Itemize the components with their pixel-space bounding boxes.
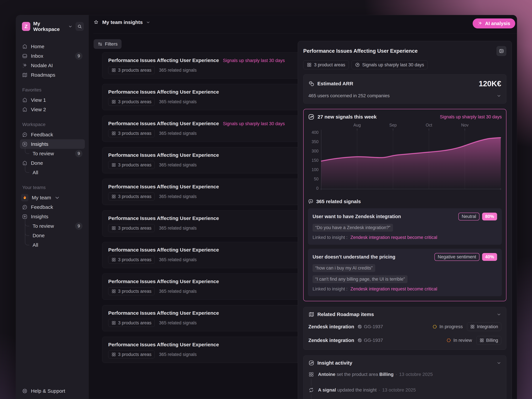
- activity-feed: Antoine set the product area Billing·13 …: [308, 372, 501, 399]
- grid-icon: [111, 321, 116, 325]
- sidebar-item-insights[interactable]: Insights: [20, 139, 85, 149]
- chevron-down-icon[interactable]: [497, 93, 501, 98]
- panel-close-icon: [499, 48, 504, 54]
- related-signals-count: 365 related signals: [159, 194, 197, 199]
- chevron-down-icon: [54, 195, 60, 201]
- filters-button[interactable]: Filters: [94, 39, 121, 49]
- roadmap-status: In review: [446, 338, 472, 343]
- sparkles-icon: [22, 63, 28, 68]
- svg-text:Sep: Sep: [389, 123, 397, 127]
- count-badge: 9: [75, 222, 82, 230]
- roadmap-item[interactable]: Zendesk integration GG-1937 In review Bi…: [308, 336, 501, 345]
- workspace-name: My Workspace: [33, 21, 65, 32]
- product-areas-chip: 3 product areas: [303, 60, 349, 69]
- svg-text:Oct: Oct: [426, 123, 432, 127]
- sidebar-item-feedback[interactable]: Feedback: [20, 130, 85, 139]
- sidebar-item-done[interactable]: Done: [20, 158, 85, 168]
- sidebar-item-nodale-ai[interactable]: Nodale AI: [20, 61, 85, 70]
- svg-text:400: 400: [311, 130, 318, 135]
- collapse-panel-button[interactable]: [496, 46, 507, 56]
- trend-up-icon: [355, 62, 360, 67]
- insight-title: Performance Issues Affecting User Experi…: [108, 89, 219, 95]
- workspace-switcher[interactable]: Z My Workspace: [20, 21, 85, 32]
- sidebar-item-inbox[interactable]: Inbox 9: [20, 51, 85, 61]
- insight-trend: Signals up sharply last 30 days: [223, 121, 285, 126]
- sidebar-item-team-done[interactable]: Done: [20, 231, 85, 240]
- sentiment-badge: Neutral: [458, 213, 480, 221]
- inbox-icon: [22, 53, 28, 59]
- related-signals-count: 365 related signals: [159, 257, 197, 262]
- chevron-down-icon[interactable]: [146, 20, 150, 25]
- grid-icon: [111, 289, 116, 294]
- search-button[interactable]: [76, 22, 84, 31]
- sidebar-item-team-insights[interactable]: Insights: [20, 212, 85, 221]
- sidebar-item-roadmaps[interactable]: Roadmaps: [20, 70, 85, 80]
- grid-icon: [111, 68, 116, 72]
- grid-icon: [111, 257, 116, 262]
- lifebuoy-icon: [22, 388, 28, 394]
- sidebar-item-team-to-review[interactable]: To review 9: [20, 221, 85, 231]
- sidebar-item-view-2[interactable]: View 2: [20, 105, 85, 114]
- product-areas-chip: 3 products areas: [108, 287, 155, 295]
- activity-heading: Insight activity: [317, 360, 352, 366]
- sidebar-item-view-1[interactable]: View 1: [20, 95, 85, 105]
- insight-trend: Signals up sharply last 30 days: [223, 58, 285, 63]
- linked-insight-link[interactable]: Zendesk integration request become criti…: [350, 235, 437, 240]
- related-signals-count: 365 related signals: [159, 162, 197, 168]
- insight-title: Performance Issues Affecting User Experi…: [108, 152, 219, 158]
- insight-title: Performance Issues Affecting User Experi…: [108, 247, 219, 253]
- roadmap-status: In progress: [432, 324, 463, 329]
- search-icon: [77, 24, 82, 29]
- sidebar-item-team-all[interactable]: All: [20, 240, 85, 250]
- sparkles-icon: [478, 21, 483, 26]
- related-signals-heading: 365 related signals: [316, 199, 361, 204]
- sidebar-item-my-team[interactable]: My team: [20, 193, 85, 202]
- ai-analysis-button[interactable]: AI analysis: [473, 19, 515, 28]
- product-areas-chip: 3 products areas: [108, 319, 155, 327]
- coins-icon: [308, 81, 314, 87]
- message-icon: [308, 199, 314, 204]
- product-areas-chip: 3 products areas: [108, 192, 155, 201]
- insight-title: Performance Issues Affecting User Experi…: [108, 310, 219, 316]
- chevron-down-icon[interactable]: [497, 361, 501, 365]
- linear-logo-icon: [357, 324, 362, 329]
- activity-row: Antoine set the product area Billing·13 …: [308, 372, 501, 377]
- svg-text:300: 300: [311, 149, 318, 153]
- chevron-down-icon[interactable]: [497, 312, 501, 317]
- sidebar-nav: Home Inbox 9 Nodale AI Roadmaps: [20, 42, 85, 80]
- sidebar-item-to-review[interactable]: To review 9: [20, 149, 85, 158]
- panel-title: Performance Issues Affecting User Experi…: [303, 48, 418, 54]
- home-icon: [22, 44, 28, 49]
- team-avatar: [21, 194, 28, 201]
- sidebar-item-all[interactable]: All: [20, 168, 85, 177]
- linked-insight-link[interactable]: Zendesk integration request become criti…: [350, 286, 437, 291]
- grid-icon: [480, 338, 484, 343]
- linked-label: Linked to insight :: [313, 286, 348, 291]
- sidebar: Z My Workspace Home Inbox 9 Nodale AI Ro…: [16, 15, 89, 399]
- score-badge: 40%: [482, 253, 497, 261]
- help-support-button[interactable]: Help & Support: [22, 388, 65, 394]
- product-areas-chip: 3 products areas: [108, 98, 155, 106]
- sidebar-item-home[interactable]: Home: [20, 42, 85, 51]
- sidebar-item-team-feedback[interactable]: Feedback: [20, 202, 85, 212]
- trend-square-icon: [308, 114, 315, 120]
- product-areas-chip: 3 products areas: [108, 161, 155, 169]
- signal-card[interactable]: User doesn’t understand the pricing Nega…: [308, 249, 502, 296]
- related-signals-count: 365 related signals: [159, 99, 197, 104]
- related-roadmap-card: Related Roadmap items Zendesk integratio…: [303, 307, 507, 350]
- insight-title: Performance Issues Affecting User Experi…: [108, 342, 219, 348]
- grid-icon: [308, 372, 314, 377]
- page-title-row[interactable]: My team insights: [93, 19, 150, 25]
- related-signals-count: 365 related signals: [159, 226, 197, 231]
- svg-text:Nov: Nov: [461, 123, 469, 127]
- new-signals-title: 27 new signals this week: [317, 114, 377, 120]
- star-icon[interactable]: [93, 19, 99, 25]
- activity-connector: [311, 394, 501, 399]
- signal-quote: “how can i buy my AI credits”: [313, 264, 375, 272]
- section-label: Favorites: [22, 87, 85, 93]
- map-icon: [308, 311, 314, 317]
- roadmap-item[interactable]: Zendesk integration GG-1937 In progress …: [308, 322, 501, 331]
- linear-logo-icon: [357, 338, 362, 343]
- signal-card[interactable]: User want to have Zendesk integration Ne…: [308, 208, 502, 245]
- main-content: My team insights AI analysis Filters Per…: [89, 15, 517, 399]
